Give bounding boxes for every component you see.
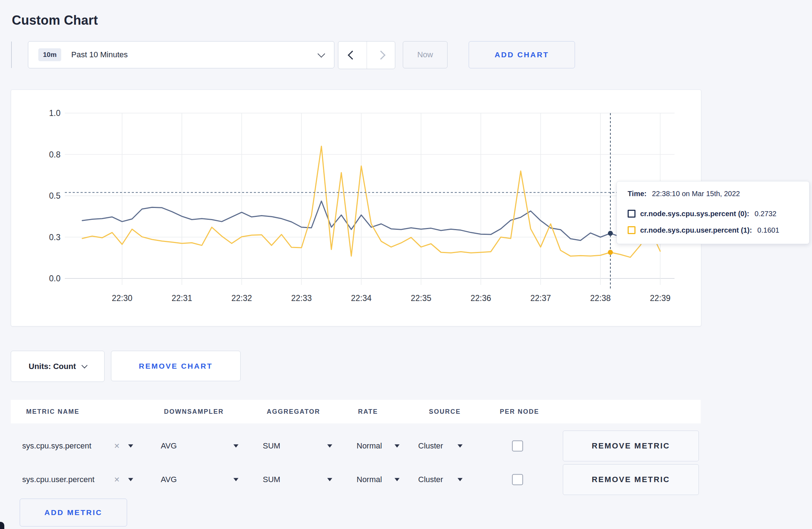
col-header-per-node: PER NODE xyxy=(500,408,539,416)
tooltip-time-label: Time: xyxy=(628,190,647,198)
col-header-downsampler: DOWNSAMPLER xyxy=(164,408,224,416)
rate-select[interactable]: Normal xyxy=(357,475,382,484)
remove-metric-button[interactable]: REMOVE METRIC xyxy=(563,464,699,495)
tooltip-time-row: Time: 22:38:10 on Mar 15th, 2022 xyxy=(628,189,740,199)
caret-down-icon[interactable] xyxy=(458,478,463,481)
time-range-badge: 10m xyxy=(38,48,61,61)
tooltip-series-label: cr.node.sys.cpu.sys.percent (0): xyxy=(640,210,749,218)
add-chart-button[interactable]: ADD CHART xyxy=(469,41,575,68)
svg-text:0.5: 0.5 xyxy=(49,191,61,200)
svg-text:22:35: 22:35 xyxy=(411,293,431,303)
source-select[interactable]: Cluster xyxy=(418,475,443,484)
svg-text:22:32: 22:32 xyxy=(231,293,252,303)
svg-text:22:38: 22:38 xyxy=(590,293,611,303)
table-row: sys.cpu.user.percent ✕ AVG SUM Normal Cl… xyxy=(11,463,701,496)
svg-text:22:39: 22:39 xyxy=(650,293,671,303)
series-swatch-icon xyxy=(628,210,635,218)
metric-name-select[interactable]: sys.cpu.user.percent xyxy=(22,475,95,484)
close-icon[interactable]: ✕ xyxy=(114,442,120,450)
caret-down-icon[interactable] xyxy=(395,478,400,481)
page-title: Custom Chart xyxy=(12,13,98,28)
time-range-label: Past 10 Minutes xyxy=(71,50,128,59)
chart-tooltip: Time: 22:38:10 on Mar 15th, 2022 cr.node… xyxy=(617,181,809,244)
caret-down-icon[interactable] xyxy=(233,445,238,448)
remove-metric-button[interactable]: REMOVE METRIC xyxy=(563,431,699,461)
prev-range-button[interactable] xyxy=(338,42,367,69)
svg-text:22:37: 22:37 xyxy=(530,293,551,303)
col-header-metric-name: METRIC NAME xyxy=(26,408,79,416)
chart-card: 0.00.30.50.81.022:3022:3122:3222:3322:34… xyxy=(11,89,701,326)
caret-down-icon[interactable] xyxy=(128,478,133,481)
tooltip-series-value: 0.1601 xyxy=(757,226,779,234)
chart-canvas[interactable]: 0.00.30.50.81.022:3022:3122:3222:3322:34… xyxy=(11,90,701,326)
svg-text:22:33: 22:33 xyxy=(291,293,312,303)
caret-down-icon[interactable] xyxy=(458,445,463,448)
tooltip-time-value: 22:38:10 on Mar 15th, 2022 xyxy=(652,190,740,198)
caret-down-icon[interactable] xyxy=(395,445,400,448)
toolbar-divider xyxy=(11,42,12,68)
col-header-source: SOURCE xyxy=(429,408,461,416)
caret-down-icon[interactable] xyxy=(128,445,133,448)
custom-chart-page: Custom Chart 10m Past 10 Minutes Now ADD… xyxy=(0,0,812,529)
rate-select[interactable]: Normal xyxy=(357,441,382,451)
svg-text:22:36: 22:36 xyxy=(470,293,491,303)
remove-chart-button[interactable]: REMOVE CHART xyxy=(111,351,241,381)
source-select[interactable]: Cluster xyxy=(418,441,443,451)
svg-text:22:31: 22:31 xyxy=(171,293,192,303)
caret-down-icon[interactable] xyxy=(327,478,332,481)
tooltip-series-row: cr.node.sys.cpu.sys.percent (0): 0.2732 xyxy=(628,209,777,219)
now-button[interactable]: Now xyxy=(403,41,448,68)
svg-text:0.0: 0.0 xyxy=(49,274,61,283)
time-nav-group xyxy=(338,41,395,69)
units-label: Units: Count xyxy=(29,362,76,371)
downsampler-select[interactable]: AVG xyxy=(161,475,177,484)
chevron-right-icon xyxy=(376,50,385,59)
units-select[interactable]: Units: Count xyxy=(11,351,105,382)
add-metric-button[interactable]: ADD METRIC xyxy=(20,499,127,526)
svg-text:0.8: 0.8 xyxy=(49,150,61,159)
downsampler-select[interactable]: AVG xyxy=(161,441,177,451)
series-swatch-icon xyxy=(628,226,635,234)
metric-name-select[interactable]: sys.cpu.sys.percent xyxy=(22,441,91,451)
chevron-left-icon xyxy=(348,50,357,59)
tooltip-series-row: cr.node.sys.cpu.user.percent (1): 0.1601 xyxy=(628,225,779,235)
per-node-checkbox[interactable] xyxy=(512,441,523,452)
col-header-aggregator: AGGREGATOR xyxy=(267,408,320,416)
caret-down-icon[interactable] xyxy=(327,445,332,448)
aggregator-select[interactable]: SUM xyxy=(263,475,280,484)
tooltip-series-label: cr.node.sys.cpu.user.percent (1): xyxy=(640,226,752,234)
metrics-table-header: METRIC NAME DOWNSAMPLER AGGREGATOR RATE … xyxy=(11,400,701,423)
svg-text:22:30: 22:30 xyxy=(112,293,132,303)
svg-text:1.0: 1.0 xyxy=(49,108,61,118)
table-row: sys.cpu.sys.percent ✕ AVG SUM Normal Clu… xyxy=(11,429,701,462)
caret-down-icon[interactable] xyxy=(233,478,238,481)
col-header-rate: RATE xyxy=(358,408,378,416)
corner-artifact xyxy=(0,522,4,529)
chevron-down-icon xyxy=(318,50,325,57)
svg-text:0.3: 0.3 xyxy=(49,233,61,242)
svg-text:22:34: 22:34 xyxy=(351,293,372,303)
per-node-checkbox[interactable] xyxy=(512,474,523,485)
tooltip-series-value: 0.2732 xyxy=(755,210,777,218)
aggregator-select[interactable]: SUM xyxy=(263,441,280,451)
chevron-down-icon xyxy=(81,363,87,369)
time-range-select[interactable]: 10m Past 10 Minutes xyxy=(28,41,334,68)
next-range-button[interactable] xyxy=(367,42,395,69)
close-icon[interactable]: ✕ xyxy=(114,475,120,484)
